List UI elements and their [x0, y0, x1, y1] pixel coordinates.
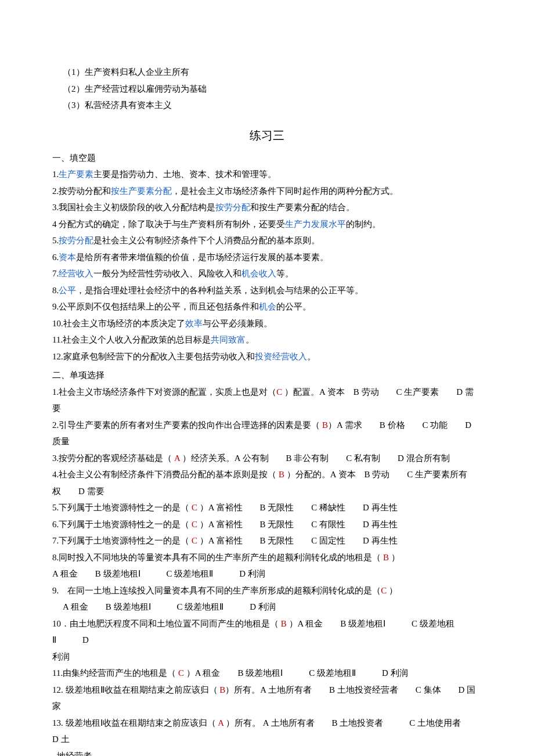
mc-question: 9. 在同一土地上连续投入同量资本具有不同的生产率所形成的超额利润转化成的是（C… — [52, 582, 482, 599]
list-item: （1）生产资料归私人企业主所有 — [63, 64, 482, 81]
mc-question: 1.社会主义市场经济条件下对资源的配置，实质上也是对（C ）配置。A 资本 B … — [52, 384, 482, 417]
mc-question: 5.下列属于土地资源特性之一的是（ C ）A 富裕性 B 无限性 C 稀缺性 D… — [52, 499, 482, 516]
fill-blank-item: 8.公平，是指合理处理社会经济中的各种利益关系，达到机会与结果的公正平等。 — [52, 282, 482, 299]
mc-question: 11.由集约经营而产生的地租是（ C ）A 租金 B 级差地租Ⅰ C 级差地租Ⅱ… — [52, 665, 482, 682]
mc-question: 7.下列属于土地资源特性之一的是（ C ）A 富裕性 B 无限性 C 固定性 D… — [52, 532, 482, 549]
mc-question: 10．由土地肥沃程度不同和土地位置不同而产生的地租是（ B ）A 租金 B 级差… — [52, 615, 482, 649]
mc-question: 3.按劳分配的客观经济基础是（ A ）经济关系。A 公有制 B 非公有制 C 私… — [52, 450, 482, 467]
list-item: （3）私营经济具有资本主义 — [63, 97, 482, 114]
fill-blank-item: 4 分配方式的确定，除了取决于与生产资料所有制外，还要受生产力发展水平的制约。 — [52, 216, 482, 233]
mc-question: 13. 级差地租Ⅰ收益在租期结束之前应该归（ A ）所有。 A 土地所有者 B … — [52, 715, 482, 748]
mc-question: 4.社会主义公有制经济条件下消费品分配的基本原则是按（ B ）分配的。A 资本 … — [52, 466, 482, 499]
fill-blank-item: 10.社会主义市场经济的本质决定了效率与公平必须兼顾。 — [52, 315, 482, 332]
list-item: （2）生产经营过程以雇佣劳动为基础 — [63, 81, 482, 98]
section-heading: 一、填空题 — [52, 150, 482, 167]
fill-blank-item: 1.生产要素主要是指劳动力、土地、资本、技术和管理等。 — [52, 166, 482, 183]
fill-blank-item: 11.社会主义个人收入分配政策的总目标是共同致富。 — [52, 332, 482, 348]
fill-blank-item: 12.家庭承包制经营下的分配收入主要包括劳动收入和投资经营收入。 — [52, 348, 482, 365]
mc-question: 6.下列属于土地资源特性之一的是（ C ）A 富裕性 B 无限性 C 有限性 D… — [52, 516, 482, 533]
mc-options: A 租金 B 级差地租Ⅰ C 级差地租Ⅱ D 利润 — [52, 566, 482, 582]
fill-blank-item: 6.资本是给所有者带来增值额的价值，是市场经济运行发展的基本要素。 — [52, 249, 482, 266]
mc-continuation: 地经营者 — [52, 748, 482, 757]
fill-blank-item: 5.按劳分配是社会主义公有制经济条件下个人消费品分配的基本原则。 — [52, 232, 482, 249]
exercise-title: 练习三 — [52, 124, 482, 146]
mc-continuation: 利润 — [52, 649, 482, 665]
fill-blank-item: 3.我国社会主义初级阶段的收入分配结构是按劳分配和按生产要素分配的结合。 — [52, 199, 482, 216]
fill-blank-item: 2.按劳动分配和按生产要素分配，是社会主义市场经济条件下同时起作用的两种分配方式… — [52, 183, 482, 200]
mc-options: A 租金 B 级差地租Ⅰ C 级差地租Ⅱ D 利润 — [52, 599, 482, 615]
mc-question: 2.引导生产要素的所有者对生产要素的投向作出合理选择的因素是要（ B）A 需求 … — [52, 417, 482, 450]
mc-question: 8.同时投入不同地块的等量资本具有不同的生产率所产生的超额利润转化成的地租是（ … — [52, 549, 482, 566]
fill-blank-item: 7.经营收入一般分为经营性劳动收入、风险收入和机会收入等。 — [52, 265, 482, 282]
fill-blank-item: 9.公平原则不仅包括结果上的公平，而且还包括条件和机会的公平。 — [52, 298, 482, 315]
mc-question: 12. 级差地租Ⅱ收益在租期结束之前应该归（ B）所有。A 土地所有者 B 土地… — [52, 682, 482, 715]
section-heading: 二、单项选择 — [52, 367, 482, 384]
